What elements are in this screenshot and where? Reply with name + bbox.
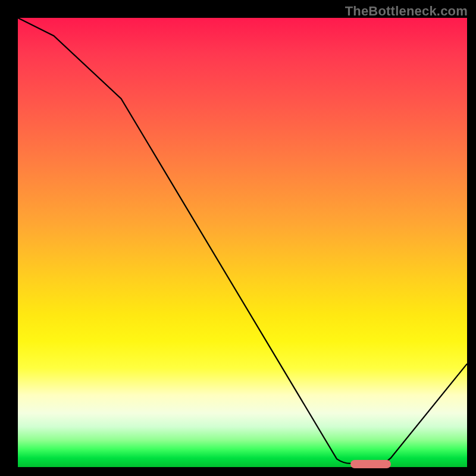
trough-marker — [350, 460, 391, 468]
chart-frame: TheBottleneck.com — [0, 0, 476, 476]
plot-area — [18, 18, 467, 467]
bottleneck-curve — [18, 18, 467, 467]
watermark-text: TheBottleneck.com — [345, 4, 468, 19]
curve-path — [18, 18, 467, 464]
